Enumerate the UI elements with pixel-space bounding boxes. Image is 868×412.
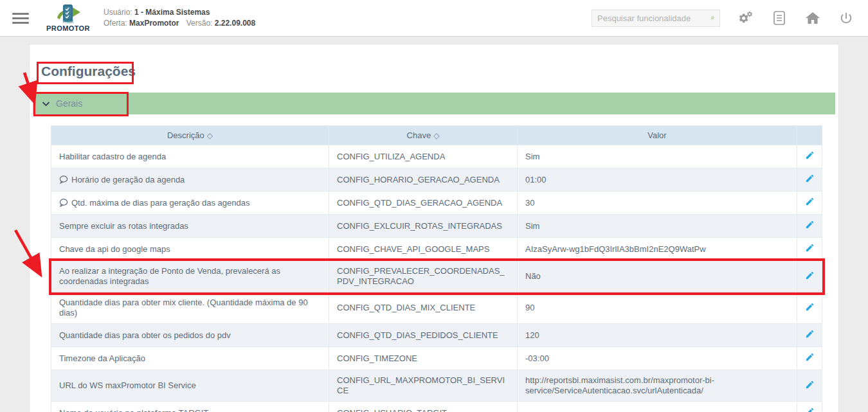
- row-description: Quantidade dias para obter mix cliente. …: [59, 298, 308, 318]
- row-description: URL do WS maxPromotor BI Service: [59, 381, 196, 390]
- table-header-row: Descrição◇ Chave◇ Valor: [51, 126, 822, 145]
- row-key: CONFIG_URL_MAXPROMOTOR_BI_SERVICE: [329, 370, 518, 402]
- row-value: http://reportsbi.maximasist.com.br/maxpr…: [518, 370, 797, 402]
- user-value: 1 - Máxima Sistemas: [134, 8, 210, 17]
- search-input[interactable]: [597, 13, 710, 23]
- edit-pencil-icon[interactable]: [805, 271, 815, 280]
- table-row: Nome do usuário na plataforma TARGIT CON…: [51, 402, 822, 412]
- search-icon[interactable]: [710, 13, 714, 23]
- row-description: Quantidade dias para obter os pedidos do…: [59, 330, 231, 340]
- col-header-chave[interactable]: Chave◇: [329, 126, 518, 145]
- table-row: Chave da api do google maps CONFIG_CHAVE…: [51, 238, 822, 261]
- edit-pencil-icon[interactable]: [805, 150, 815, 160]
- logo-text-max: max: [62, 19, 73, 24]
- section-header-gerais[interactable]: Gerais: [33, 93, 835, 114]
- table-row: Quantidade dias para obter mix cliente. …: [51, 292, 822, 324]
- edit-pencil-icon[interactable]: [805, 220, 815, 229]
- row-value: Sim: [518, 215, 797, 238]
- top-bar: max PROMOTOR Usuário: 1 - Máxima Sistema…: [0, 0, 868, 37]
- sort-icon: ◇: [207, 131, 213, 140]
- row-value: -03:00: [518, 347, 797, 370]
- row-value: Não: [518, 261, 797, 292]
- config-table-wrap: Descrição◇ Chave◇ Valor Habilitar cadast…: [51, 125, 820, 412]
- row-key: CONFIG_TIMEZONE: [329, 347, 518, 370]
- row-description: Horário de geração da agenda: [71, 175, 185, 184]
- row-key: CONFIG_HORARIO_GERACAO_AGENDA: [329, 168, 518, 192]
- row-description: Ao realizar a integração de Ponto de Ven…: [59, 266, 280, 286]
- report-document-icon[interactable]: [772, 10, 787, 26]
- app-logo[interactable]: max PROMOTOR: [41, 4, 96, 32]
- row-key: CONFIG_PREVALECER_COORDENADAS_PDV_INTEGR…: [329, 261, 518, 292]
- table-row: Ao realizar a integração de Ponto de Ven…: [51, 261, 822, 292]
- power-logout-icon[interactable]: [838, 10, 854, 26]
- row-value: 120: [518, 324, 797, 347]
- logo-text-promotor: PROMOTOR: [46, 24, 90, 32]
- edit-pencil-icon[interactable]: [805, 407, 815, 412]
- row-key: CONFIG_EXLCUIR_ROTAS_INTEGRADAS: [329, 215, 518, 238]
- edit-pencil-icon[interactable]: [805, 174, 815, 183]
- section-label: Gerais: [56, 98, 82, 109]
- table-row: Quantidade dias para obter os pedidos do…: [51, 324, 822, 347]
- comment-bubble-icon: [59, 199, 68, 207]
- user-label: Usuário:: [104, 8, 132, 17]
- col-header-descricao[interactable]: Descrição◇: [51, 126, 329, 145]
- row-value: 90: [518, 292, 797, 324]
- edit-pencil-icon[interactable]: [805, 197, 815, 206]
- row-description: Chave da api do google maps: [59, 244, 170, 254]
- row-value: Sim: [518, 145, 797, 168]
- offer-value: MaxPromotor: [129, 19, 179, 28]
- row-description: Timezone da Aplicação: [59, 354, 145, 363]
- row-description: Qtd. máxima de dias para geração das age…: [71, 198, 250, 208]
- chevron-down-icon: [42, 101, 50, 107]
- version-label: Versão:: [186, 19, 213, 28]
- search-box: [592, 10, 720, 27]
- config-table: Descrição◇ Chave◇ Valor Habilitar cadast…: [51, 125, 822, 412]
- row-key: CONFIG_QTD_DIAS_GERACAO_AGENDA: [329, 192, 518, 215]
- settings-gears-icon[interactable]: [738, 10, 754, 26]
- config-table-body: Habilitar cadastro de agenda CONFIG_UTIL…: [51, 145, 822, 412]
- col-header-valor: Valor: [518, 126, 797, 145]
- row-description: Nome do usuário na plataforma TARGIT: [59, 408, 208, 412]
- edit-pencil-icon[interactable]: [805, 243, 815, 253]
- row-description: Sempre excluir as rotas integradas: [59, 221, 188, 231]
- row-key: CONFIG_QTD_DIAS_PEDIDOS_CLIENTE: [329, 324, 518, 347]
- table-row: Sempre excluir as rotas integradas CONFI…: [51, 215, 822, 238]
- user-info: Usuário: 1 - Máxima Sistemas Oferta: Max…: [104, 7, 255, 29]
- row-key: CONFIG_USUARIO_TARGIT: [329, 402, 518, 412]
- table-row: Habilitar cadastro de agenda CONFIG_UTIL…: [51, 145, 822, 168]
- sort-icon: ◇: [433, 131, 439, 140]
- table-row: Qtd. máxima de dias para geração das age…: [51, 192, 822, 215]
- table-row: Horário de geração da agenda CONFIG_HORA…: [51, 168, 822, 192]
- row-key: CONFIG_QTD_DIAS_MIX_CLIENTE: [329, 292, 518, 324]
- col-header-actions: [797, 126, 822, 145]
- row-key: CONFIG_CHAVE_API_GOOGLE_MAPS: [329, 238, 518, 261]
- offer-label: Oferta:: [104, 19, 127, 28]
- page-title: Configurações: [41, 64, 838, 79]
- edit-pencil-icon[interactable]: [805, 352, 815, 362]
- table-row: Timezone da Aplicação CONFIG_TIMEZONE -0…: [51, 347, 822, 370]
- comment-bubble-icon: [59, 175, 68, 184]
- edit-pencil-icon[interactable]: [805, 302, 815, 312]
- version-value: 2.22.09.008: [215, 19, 255, 28]
- row-value: 01:00: [518, 168, 797, 192]
- row-value: [518, 402, 797, 412]
- home-icon[interactable]: [805, 10, 820, 26]
- content-card: Configurações Gerais Descrição◇ Chave◇ V…: [29, 44, 839, 412]
- row-value: 30: [518, 192, 797, 215]
- table-row: URL do WS maxPromotor BI Service CONFIG_…: [51, 370, 822, 402]
- row-key: CONFIG_UTILIZA_AGENDA: [329, 145, 518, 168]
- edit-pencil-icon[interactable]: [805, 380, 815, 390]
- edit-pencil-icon[interactable]: [805, 329, 815, 339]
- row-value: AIzaSyArw-wg1bFdQ3IrlIA3bBmI2nE2Q9WatPw: [518, 238, 797, 261]
- row-description: Habilitar cadastro de agenda: [59, 152, 166, 161]
- hamburger-menu-icon[interactable]: [12, 10, 29, 26]
